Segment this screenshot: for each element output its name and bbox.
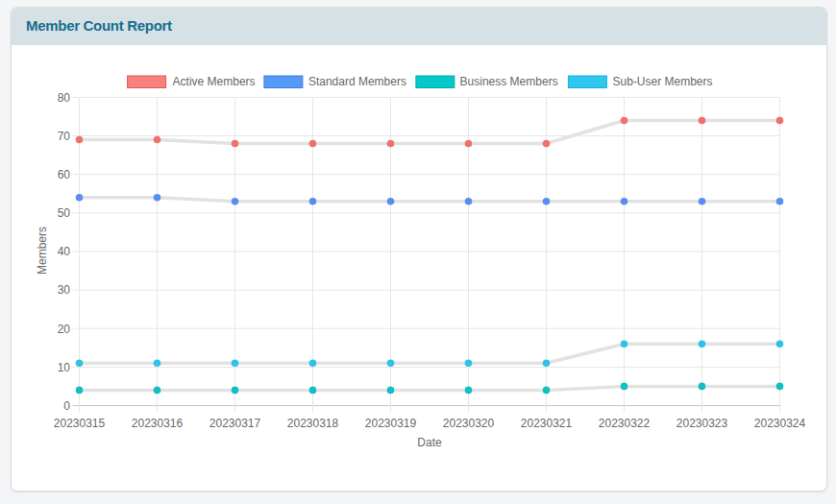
svg-text:60: 60 xyxy=(58,168,71,181)
svg-text:70: 70 xyxy=(58,130,71,143)
svg-text:10: 10 xyxy=(58,361,71,374)
svg-text:20: 20 xyxy=(58,323,71,336)
svg-text:20230315: 20230315 xyxy=(54,417,106,430)
svg-text:20230320: 20230320 xyxy=(443,417,495,430)
svg-text:30: 30 xyxy=(58,283,71,297)
svg-text:20230317: 20230317 xyxy=(209,417,261,430)
svg-text:Standard Members: Standard Members xyxy=(308,75,406,88)
svg-text:Sub-User Members: Sub-User Members xyxy=(613,75,713,88)
svg-text:20230322: 20230322 xyxy=(599,417,651,430)
svg-text:20230319: 20230319 xyxy=(365,417,417,430)
svg-text:20230321: 20230321 xyxy=(521,417,573,430)
svg-text:20230323: 20230323 xyxy=(676,417,728,430)
svg-text:Active Members: Active Members xyxy=(173,75,256,88)
svg-text:20230316: 20230316 xyxy=(132,417,184,430)
svg-text:80: 80 xyxy=(58,91,71,105)
svg-text:40: 40 xyxy=(58,245,71,258)
svg-text:50: 50 xyxy=(58,206,71,220)
svg-text:Business Members: Business Members xyxy=(460,75,558,88)
svg-text:Date: Date xyxy=(417,436,442,449)
svg-text:0: 0 xyxy=(63,399,70,413)
svg-text:Members: Members xyxy=(36,227,49,275)
svg-text:20230324: 20230324 xyxy=(754,417,806,430)
svg-text:20230318: 20230318 xyxy=(287,417,339,430)
